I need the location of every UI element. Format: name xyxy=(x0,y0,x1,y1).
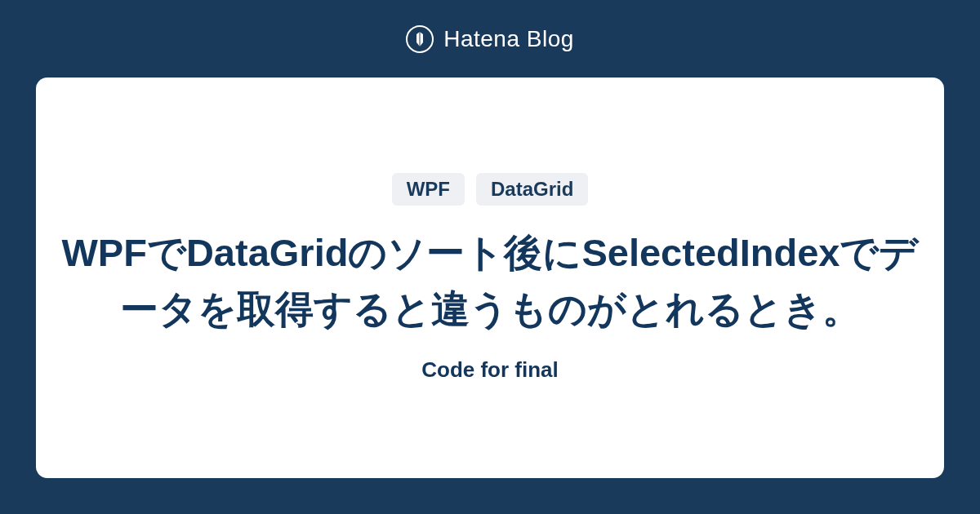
blog-name: Code for final xyxy=(421,357,559,383)
header: Hatena Blog xyxy=(0,0,980,78)
tag-list: WPF DataGrid xyxy=(392,173,589,206)
hatena-logo-icon xyxy=(406,25,434,53)
brand-name: Hatena Blog xyxy=(443,26,574,52)
tag-datagrid[interactable]: DataGrid xyxy=(476,173,588,206)
article-card: WPF DataGrid WPFでDataGridのソート後にSelectedI… xyxy=(36,78,944,478)
tag-wpf[interactable]: WPF xyxy=(392,173,465,206)
article-title: WPFでDataGridのソート後にSelectedIndexでデータを取得する… xyxy=(60,225,920,336)
